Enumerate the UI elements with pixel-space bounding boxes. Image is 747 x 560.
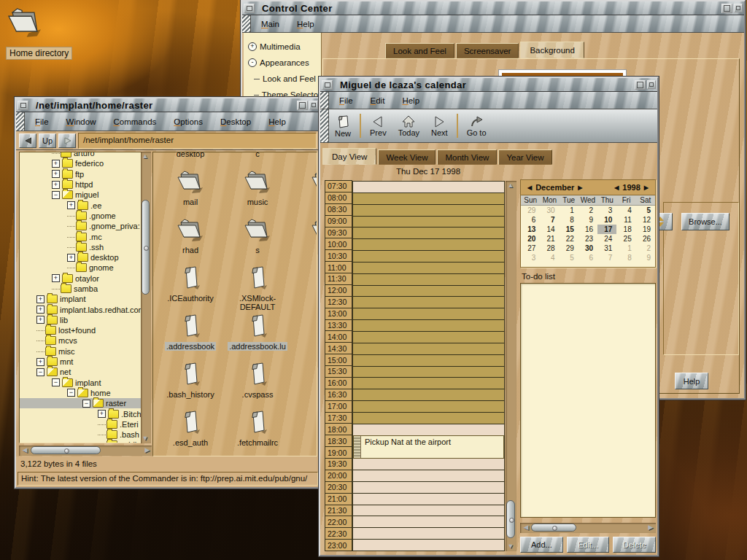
file-rhad[interactable]: rhad — [157, 217, 224, 265]
control-center-tab-background[interactable]: Background — [520, 42, 584, 58]
next-year-icon[interactable]: ▶ — [642, 184, 651, 191]
file-.ICEauthority[interactable]: .ICEauthority — [157, 265, 224, 314]
schedule-row-18:00[interactable] — [353, 424, 504, 436]
day-cell-28[interactable]: 28 — [540, 244, 559, 253]
day-cell-18[interactable]: 18 — [616, 225, 635, 234]
tree-item-lost+found[interactable]: lost+found — [20, 325, 141, 335]
scroll-down-icon[interactable]: ▼ — [506, 543, 515, 550]
file-.XSMlock-DEFAULT[interactable]: .XSMlock-DEFAULT — [224, 265, 291, 314]
control-center-tab-look-and-feel[interactable]: Look and Feel — [385, 43, 454, 58]
tree-item-desktop[interactable]: +desktop — [20, 252, 141, 262]
day-cell-9[interactable]: 9 — [578, 215, 597, 225]
menubar-drag-handle[interactable] — [16, 112, 25, 131]
day-cell-3-other[interactable]: 3 — [521, 253, 540, 262]
day-cell-30[interactable]: 30 — [578, 244, 597, 253]
tree-item-implant[interactable]: −implant — [20, 378, 141, 388]
file-manager-menu-options[interactable]: Options — [172, 117, 204, 126]
appointment-drag-handle[interactable] — [354, 436, 361, 458]
day-cell-9-other[interactable]: 9 — [636, 253, 655, 262]
file-manager-menu-desktop[interactable]: Desktop — [219, 117, 252, 126]
tree-item-miguel[interactable]: −miguel — [20, 190, 141, 200]
file-manager-menu-file[interactable]: File — [34, 117, 50, 126]
calendar-menu-help[interactable]: Help — [400, 96, 421, 105]
scroll-right-icon[interactable]: ▶ — [143, 447, 152, 454]
day-cell-12[interactable]: 12 — [636, 215, 655, 225]
schedule-row-08:30[interactable] — [353, 205, 504, 217]
go-to-button[interactable]: Go to — [461, 109, 492, 142]
edit-button[interactable]: Edit... — [567, 537, 610, 553]
add-button[interactable]: Add... — [520, 537, 563, 553]
file-manager-menu-help[interactable]: Help — [267, 117, 287, 126]
today-button[interactable]: Today — [392, 109, 425, 142]
file-.bash_history[interactable]: .bash_history — [157, 362, 224, 410]
schedule-row-09:00[interactable] — [353, 217, 504, 228]
file-.fetchmailrc[interactable]: .fetchmailrc — [224, 410, 291, 456]
day-cell-30-other[interactable]: 30 — [540, 206, 559, 215]
prev-button[interactable]: Prev — [364, 109, 392, 142]
schedule-row-22:00[interactable] — [353, 516, 504, 528]
scroll-up-icon[interactable]: ▲ — [141, 153, 150, 160]
prev-month-icon[interactable]: ◀ — [525, 184, 534, 191]
tree-item-mcvs[interactable]: mcvs — [20, 335, 141, 346]
file-g[interactable]: g — [291, 152, 317, 169]
day-cell-29-other[interactable]: 29 — [521, 206, 540, 215]
day-cell-7[interactable]: 7 — [540, 215, 559, 225]
file-manager-titlebar[interactable]: /net/implant/home/raster — [16, 98, 320, 112]
calendar-tab-month-view[interactable]: Month View — [437, 149, 497, 165]
file-.Xau[interactable]: .Xau — [291, 265, 317, 314]
schedule-row-11:00[interactable] — [353, 262, 504, 274]
next-button[interactable]: Next — [425, 109, 454, 142]
schedule-vertical-scrollbar[interactable]: ▲ ▼ — [505, 181, 517, 551]
scroll-right-icon[interactable]: ▶ — [646, 524, 655, 531]
day-cell-29[interactable]: 29 — [560, 244, 578, 253]
file-.addressbook.lu[interactable]: .addressbook.lu — [224, 314, 291, 362]
tree-item-federico[interactable]: +federico — [20, 158, 141, 168]
window-menu-button[interactable] — [244, 4, 255, 13]
scroll-down-icon[interactable]: ▼ — [141, 435, 150, 442]
tree-item-.bash[interactable]: .bash — [20, 429, 141, 440]
file-c[interactable]: c — [224, 152, 291, 169]
tree-item-.Eteri[interactable]: .Eteri — [20, 419, 141, 429]
schedule-row-14:30[interactable] — [353, 343, 504, 355]
schedule-row-14:00[interactable] — [353, 332, 504, 343]
schedule-row-09:30[interactable] — [353, 228, 504, 239]
tree-item-raster[interactable]: −raster — [20, 398, 141, 408]
day-cell-21[interactable]: 21 — [540, 234, 559, 244]
schedule-row-17:00[interactable] — [353, 401, 504, 413]
day-cell-10[interactable]: 10 — [597, 215, 616, 225]
day-cell-6[interactable]: 6 — [521, 215, 540, 225]
schedule-row-08:00[interactable] — [353, 193, 504, 205]
shade-button[interactable] — [647, 80, 656, 89]
tree-item-net[interactable]: −net — [20, 367, 141, 377]
scroll-left-icon[interactable]: ◀ — [522, 524, 530, 531]
day-cell-25[interactable]: 25 — [616, 234, 635, 244]
schedule-row-13:30[interactable] — [353, 320, 504, 332]
new-button[interactable]: New — [329, 109, 357, 142]
day-cell-4-other[interactable]: 4 — [540, 253, 559, 262]
day-cell-2[interactable]: 2 — [578, 206, 597, 215]
calendar-menu-file[interactable]: File — [338, 96, 355, 105]
category-multimedia[interactable]: +Multimedia — [244, 39, 321, 55]
calendar-tab-week-view[interactable]: Week View — [378, 149, 436, 165]
calendar-tab-year-view[interactable]: Year View — [498, 149, 551, 165]
calendar-menu-edit[interactable]: Edit — [369, 96, 387, 105]
day-cell-15[interactable]: 15 — [560, 225, 578, 234]
schedule-row-10:00[interactable] — [353, 239, 504, 251]
file-s[interactable]: s — [224, 217, 291, 265]
tree-item-.Bitch[interactable]: +.Bitch — [20, 408, 141, 419]
tree-item-mnt[interactable]: +mnt — [20, 357, 141, 367]
shade-button[interactable] — [734, 4, 743, 12]
day-cell-6-other[interactable]: 6 — [578, 253, 597, 262]
day-schedule[interactable]: Pickup Nat at the airport — [352, 181, 505, 551]
day-cell-2-other[interactable]: 2 — [636, 244, 655, 253]
schedule-row-23:00[interactable] — [353, 540, 504, 551]
forward-button[interactable] — [58, 133, 76, 148]
todo-list[interactable] — [520, 283, 656, 518]
location-input[interactable]: /net/implant/home/raster — [78, 133, 317, 149]
tree-item-httpd[interactable]: +httpd — [20, 179, 141, 190]
schedule-row-13:00[interactable] — [353, 308, 504, 320]
control-center-tab-screensaver[interactable]: Screensaver — [456, 43, 519, 58]
tree-item-misc[interactable]: misc — [20, 346, 141, 357]
home-directory-icon[interactable]: Home directory — [6, 6, 93, 60]
day-cell-17[interactable]: 17 — [597, 225, 616, 234]
